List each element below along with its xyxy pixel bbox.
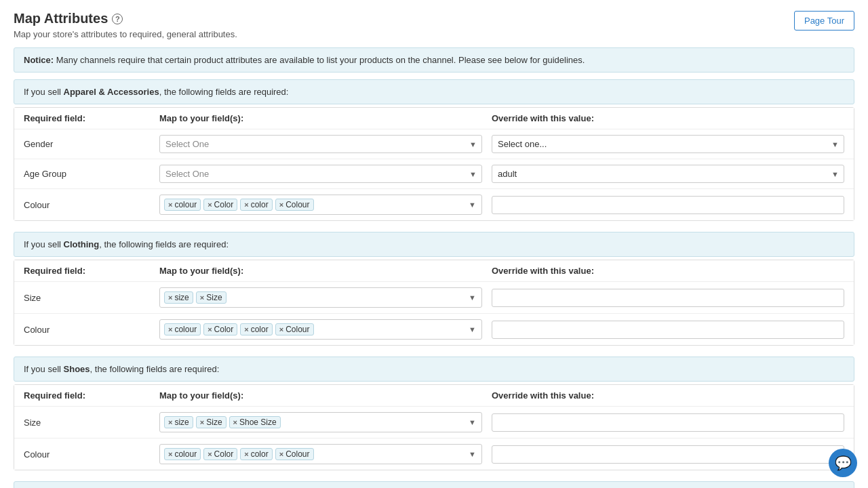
field-label-gender: Gender xyxy=(24,139,159,149)
tag-remove-shoe-size[interactable]: × xyxy=(233,419,237,426)
shoes-col-required: Required field: xyxy=(24,390,159,401)
apparel-header-bold: Apparel & Accessories xyxy=(64,87,159,97)
clothing-col-headers: Required field: Map to your field(s): Ov… xyxy=(14,260,854,282)
tag-color-clothing-1: × Color xyxy=(203,323,237,336)
page-title: Map Attributes ? xyxy=(14,11,237,26)
tag-remove-size-2[interactable]: × xyxy=(200,294,204,302)
tag-remove-color-2[interactable]: × xyxy=(244,201,248,209)
section-header-variant: If you sell Variant or Configurable prod… xyxy=(14,481,854,488)
chat-button[interactable]: 💬 xyxy=(829,449,857,477)
field-map-colour-apparel: × colour × Color × color × Colour ▼ xyxy=(159,195,492,215)
shoes-col-override: Override with this value: xyxy=(492,390,844,401)
field-row-age-group: Age Group Select One ▼ adult ▼ xyxy=(14,159,854,189)
size-shoes-tags-select[interactable]: × size × Size × Shoe Size ▼ xyxy=(159,412,482,432)
field-row-colour-apparel: Colour × colour × Color × color × Colour… xyxy=(14,189,854,220)
tag-color-shoes-2: × color xyxy=(240,448,272,460)
tag-remove-colour-clothing-2[interactable]: × xyxy=(279,326,283,333)
tag-remove-colour-clothing-1[interactable]: × xyxy=(168,326,172,333)
colour-shoes-override-input[interactable] xyxy=(492,445,844,464)
apparel-col-headers: Required field: Map to your field(s): Ov… xyxy=(14,108,854,129)
apparel-col-override: Override with this value: xyxy=(492,113,844,123)
gender-override-select[interactable]: Select one... xyxy=(492,135,844,153)
field-label-size-shoes: Size xyxy=(24,418,159,428)
colour-shoes-tags-select[interactable]: × colour × Color × color × Colour ▼ xyxy=(159,444,482,464)
shoes-col-headers: Required field: Map to your field(s): Ov… xyxy=(14,385,854,407)
shoes-section: Required field: Map to your field(s): Ov… xyxy=(14,384,854,470)
clothing-section: Required field: Map to your field(s): Ov… xyxy=(14,260,854,346)
apparel-col-map: Map to your field(s): xyxy=(159,113,492,123)
tag-remove-size-shoes-2[interactable]: × xyxy=(200,419,204,426)
clothing-header-prefix: If you sell xyxy=(24,239,64,249)
field-row-size-clothing: Size × size × Size ▼ xyxy=(14,282,854,314)
tag-remove-color-shoes-2[interactable]: × xyxy=(244,451,248,458)
shoes-header-bold: Shoes xyxy=(64,364,90,374)
colour-apparel-override-input[interactable] xyxy=(492,196,844,214)
tag-remove-color-1[interactable]: × xyxy=(208,201,212,209)
tag-remove-colour-2[interactable]: × xyxy=(279,201,283,209)
apparel-section: Required field: Map to your field(s): Ov… xyxy=(14,107,854,221)
field-label-colour-apparel: Colour xyxy=(24,200,159,210)
field-override-gender: Select one... ▼ xyxy=(492,135,844,153)
clothing-header-suffix: , the following fields are required: xyxy=(99,239,229,249)
tag-size-shoes-1: × size xyxy=(164,416,193,428)
field-label-colour-clothing: Colour xyxy=(24,325,159,335)
tag-remove-colour-shoes-2[interactable]: × xyxy=(279,451,283,458)
field-row-colour-clothing: Colour × colour × Color × color × Colour… xyxy=(14,314,854,345)
page-tour-button[interactable]: Page Tour xyxy=(794,11,854,30)
field-map-gender: Select One ▼ xyxy=(159,135,492,153)
size-shoes-override-input[interactable] xyxy=(492,413,844,432)
colour-apparel-tags-select[interactable]: × colour × Color × color × Colour ▼ xyxy=(159,195,482,215)
field-override-age-group: adult ▼ xyxy=(492,165,844,183)
tag-colour-1: × colour xyxy=(164,199,201,211)
tag-remove-color-clothing-1[interactable]: × xyxy=(208,326,212,333)
apparel-col-required: Required field: xyxy=(24,113,159,123)
gender-override-select-wrapper: Select one... ▼ xyxy=(492,135,844,153)
tag-remove-size-shoes-1[interactable]: × xyxy=(168,419,172,426)
field-map-age-group: Select One ▼ xyxy=(159,165,492,183)
tag-remove-color-clothing-2[interactable]: × xyxy=(244,326,248,333)
page-header: Map Attributes ? Map your store's attrib… xyxy=(14,11,854,39)
field-map-size-clothing: × size × Size ▼ xyxy=(159,287,492,308)
age-group-override-select[interactable]: adult xyxy=(492,165,844,183)
gender-map-select-wrapper: Select One ▼ xyxy=(159,135,482,153)
size-clothing-override-input[interactable] xyxy=(492,289,844,307)
clothing-col-override: Override with this value: xyxy=(492,266,844,276)
tags-chevron-size-icon: ▼ xyxy=(469,293,476,302)
shoes-header-prefix: If you sell xyxy=(24,364,64,374)
field-label-size-clothing: Size xyxy=(24,293,159,303)
clothing-header-bold: Clothing xyxy=(64,239,100,249)
tags-chevron-size-shoes-icon: ▼ xyxy=(469,418,476,426)
age-group-map-select-wrapper: Select One ▼ xyxy=(159,165,482,183)
help-icon[interactable]: ? xyxy=(112,14,123,24)
field-row-size-shoes: Size × size × Size × Shoe Size ▼ xyxy=(14,407,854,439)
tags-chevron-icon: ▼ xyxy=(469,201,476,209)
field-row-colour-shoes: Colour × colour × Color × color × Colour… xyxy=(14,439,854,470)
tag-colour-shoes-1: × colour xyxy=(164,448,201,460)
tags-chevron-colour-shoes-icon: ▼ xyxy=(469,450,476,458)
colour-clothing-override-input[interactable] xyxy=(492,321,844,339)
tag-shoe-size: × Shoe Size xyxy=(229,416,281,428)
section-header-clothing: If you sell Clothing, the following fiel… xyxy=(14,232,854,257)
gender-map-select[interactable]: Select One xyxy=(159,135,482,153)
apparel-header-prefix: If you sell xyxy=(24,87,64,97)
tags-chevron-colour-clothing-icon: ▼ xyxy=(469,325,476,333)
field-label-colour-shoes: Colour xyxy=(24,449,159,460)
tag-colour-shoes-2: × Colour xyxy=(275,448,314,460)
field-override-size-clothing xyxy=(492,289,844,307)
size-clothing-tags-select[interactable]: × size × Size ▼ xyxy=(159,287,482,308)
tag-remove-colour-1[interactable]: × xyxy=(168,201,172,209)
notice-text: Many channels require that certain produ… xyxy=(56,55,585,65)
tag-colour-clothing-2: × Colour xyxy=(275,323,314,336)
field-map-colour-clothing: × colour × Color × color × Colour ▼ xyxy=(159,319,492,340)
page-subtitle: Map your store's attributes to required,… xyxy=(14,29,237,39)
field-row-gender: Gender Select One ▼ Select one... ▼ xyxy=(14,129,854,159)
notice-label: Notice: xyxy=(24,55,54,65)
clothing-col-map: Map to your field(s): xyxy=(159,266,492,276)
tag-color-clothing-2: × color xyxy=(240,323,272,336)
tag-remove-colour-shoes-1[interactable]: × xyxy=(168,451,172,458)
tag-remove-size-1[interactable]: × xyxy=(168,294,172,302)
tag-remove-color-shoes-1[interactable]: × xyxy=(208,451,212,458)
age-group-map-select[interactable]: Select One xyxy=(159,165,482,183)
colour-clothing-tags-select[interactable]: × colour × Color × color × Colour ▼ xyxy=(159,319,482,340)
field-map-size-shoes: × size × Size × Shoe Size ▼ xyxy=(159,412,492,432)
